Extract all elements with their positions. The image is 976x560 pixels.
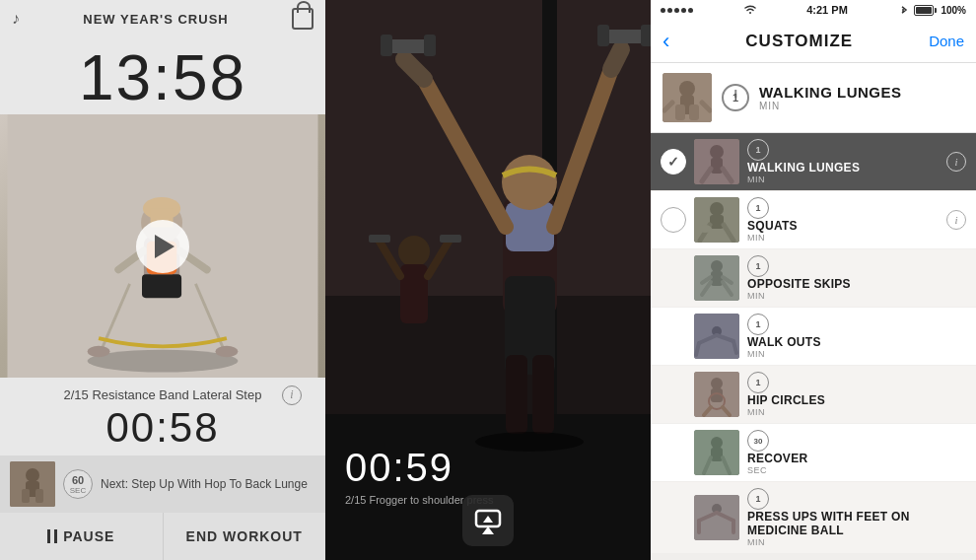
- svg-point-5: [215, 346, 238, 357]
- done-button[interactable]: Done: [929, 33, 964, 49]
- list-item[interactable]: 1 SQUATS MIN i: [651, 191, 976, 248]
- pause-bar-right: [54, 529, 57, 543]
- battery-area: 100%: [898, 5, 966, 16]
- svg-point-1: [88, 350, 239, 373]
- current-exercise-unit: MIN: [759, 101, 902, 111]
- pause-icon: [47, 529, 57, 543]
- svg-rect-10: [142, 274, 181, 298]
- exercise-thumb: [694, 197, 739, 243]
- svg-rect-40: [400, 264, 428, 323]
- svg-point-87: [711, 437, 723, 449]
- next-exercise-thumb: [10, 461, 55, 507]
- exercise-thumb: [694, 372, 739, 417]
- current-exercise-thumb: [662, 73, 712, 122]
- svg-rect-69: [711, 271, 723, 286]
- svg-rect-63: [710, 215, 724, 229]
- svg-rect-52: [675, 105, 685, 120]
- exercise-info: 1 SQUATS MIN: [747, 197, 939, 243]
- svg-point-50: [679, 81, 695, 97]
- thumb-img: [694, 430, 739, 475]
- exercise-unit: MIN: [747, 175, 939, 184]
- list-item[interactable]: 1 HIP CIRCLES MIN: [651, 366, 976, 423]
- svg-rect-43: [369, 235, 390, 243]
- exercise-thumb: [694, 139, 739, 184]
- exercise-video[interactable]: [0, 114, 325, 378]
- exercise-name: 2/15 Resistance Band Lateral Step: [64, 387, 262, 402]
- exercise-name: WALK OUTS: [747, 335, 966, 349]
- svg-point-39: [398, 236, 430, 267]
- exercise-info: 1 WALK OUTS MIN: [747, 314, 966, 359]
- airplay-icon: [472, 505, 504, 536]
- current-exercise-name: WALKING LUNGES: [759, 84, 902, 101]
- svg-rect-18: [35, 489, 43, 503]
- battery-percent: 100%: [941, 5, 966, 16]
- exercise-name: RECOVER: [747, 452, 966, 465]
- battery-tip: [935, 8, 937, 13]
- thumb-img: [694, 255, 739, 301]
- current-exercise-header: 1 WALKING LUNGES MIN: [651, 63, 976, 133]
- exercise-info-button[interactable]: i: [946, 210, 966, 230]
- list-item[interactable]: 1 PRESS UPS WITH FEET ON MEDICINE BALL M…: [651, 482, 976, 553]
- svg-rect-27: [532, 355, 554, 434]
- play-icon: [155, 235, 174, 258]
- svg-point-57: [710, 145, 724, 159]
- battery-fill: [916, 7, 932, 14]
- exercise-name: WALKING LUNGES: [747, 161, 939, 175]
- svg-rect-44: [440, 235, 461, 243]
- exercise-timer: 30: [747, 430, 769, 452]
- pause-label: PAUSE: [63, 528, 114, 544]
- pause-button[interactable]: PAUSE: [0, 513, 164, 560]
- exercise-timer: 1: [747, 255, 769, 277]
- current-exercise-timer: 1: [722, 84, 749, 111]
- bluetooth-icon: [898, 5, 910, 15]
- pause-bar-left: [47, 529, 50, 543]
- battery-body: [914, 5, 934, 16]
- workout-title: NEW YEAR'S CRUSH: [83, 12, 228, 27]
- svg-rect-17: [22, 489, 30, 503]
- list-item[interactable]: 1 OPPOSITE SKIPS MIN: [651, 249, 976, 307]
- current-thumb-img: [662, 73, 712, 122]
- svg-rect-53: [689, 105, 699, 120]
- thumb-img: [694, 139, 739, 184]
- svg-point-62: [710, 202, 724, 216]
- music-icon: ♪: [12, 10, 20, 28]
- exercise-info-button[interactable]: i: [946, 152, 966, 172]
- list-item[interactable]: ✓ 1 WALKING LUNGES MIN i: [651, 133, 976, 190]
- list-item[interactable]: 1 WALK OUTS MIN: [651, 308, 976, 365]
- exercise-checkbox[interactable]: [661, 207, 686, 233]
- checkmark-icon: ✓: [667, 154, 679, 170]
- thumb-img: [694, 197, 739, 243]
- list-item[interactable]: 30 RECOVER SEC: [651, 424, 976, 481]
- exercise-timer: 1: [747, 372, 769, 393]
- svg-point-81: [711, 378, 723, 389]
- exercise-name: SQUATS: [747, 219, 939, 233]
- next-timer-num: 60: [72, 474, 84, 486]
- nav-title: CUSTOMIZE: [745, 32, 853, 51]
- lock-icon[interactable]: [292, 8, 314, 30]
- signal-indicator: [661, 8, 693, 13]
- exercise-checkbox[interactable]: ✓: [661, 149, 686, 175]
- status-time: 4:21 PM: [806, 4, 848, 16]
- next-timer-badge: 60 SEC: [63, 469, 93, 499]
- video-timer-value: 00:59: [345, 446, 453, 489]
- exercise-timer: 1: [747, 488, 769, 510]
- status-bar: 4:21 PM 100%: [651, 0, 976, 20]
- svg-point-68: [711, 260, 723, 272]
- exercise-name: PRESS UPS WITH FEET ON MEDICINE BALL: [747, 510, 966, 537]
- exercise-info: 1 HIP CIRCLES MIN: [747, 372, 966, 417]
- video-timer: 00:59: [345, 444, 453, 491]
- play-button[interactable]: [136, 220, 189, 273]
- secondary-timer: 00:58: [105, 404, 219, 452]
- exercise-unit: MIN: [747, 537, 966, 547]
- end-workout-button[interactable]: END WORKOUT: [164, 513, 326, 560]
- exercise-info: 1 OPPOSITE SKIPS MIN: [747, 255, 966, 301]
- exercise-name: HIP CIRCLES: [747, 393, 966, 407]
- exercise-info: 30 RECOVER SEC: [747, 430, 966, 475]
- airplay-button[interactable]: [462, 495, 514, 546]
- exercise-thumb: [694, 255, 739, 301]
- svg-point-45: [475, 432, 584, 452]
- info-button[interactable]: i: [282, 385, 302, 405]
- current-timer-icon: 1: [722, 84, 749, 111]
- back-button[interactable]: ‹: [662, 31, 669, 52]
- exercise-unit: SEC: [747, 465, 966, 475]
